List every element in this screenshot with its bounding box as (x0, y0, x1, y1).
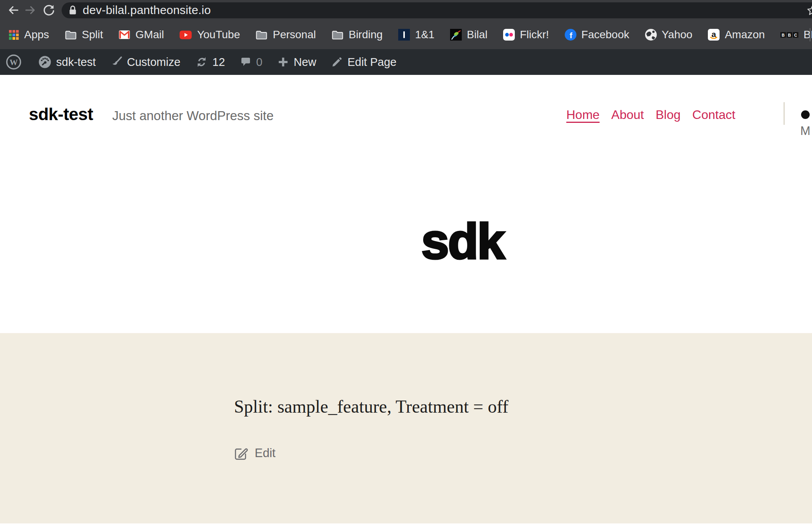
header-cutoff-letter: M (800, 124, 810, 138)
gmail-icon (119, 30, 130, 39)
adminbar-customize-label: Customize (127, 56, 181, 69)
svg-text:B: B (782, 32, 785, 37)
facebook-icon: f (565, 29, 576, 41)
youtube-icon (179, 30, 192, 39)
back-button[interactable] (4, 1, 22, 19)
comment-bubble-icon (240, 56, 252, 68)
amazon-icon: a (708, 29, 720, 41)
adminbar-updates-count: 12 (213, 56, 225, 69)
primary-nav: Home About Blog Contact (566, 108, 735, 122)
bookmark-label: Split (82, 28, 103, 41)
hummingbird-icon (450, 29, 462, 41)
wp-admin-bar: W sdk-test Customize 12 (0, 49, 812, 75)
bookmark-youtube[interactable]: YouTube (179, 28, 240, 41)
flickr-icon (503, 29, 515, 41)
bookmarks-bar: Apps Split GMail YouTube Personal Birdi (0, 20, 812, 49)
header-divider (784, 102, 785, 125)
adminbar-comments[interactable]: 0 (240, 56, 262, 69)
nav-link-home[interactable]: Home (566, 108, 599, 122)
page-content: sdk-test Just another WordPress site Hom… (0, 75, 812, 532)
bookmark-label: BBC (803, 28, 812, 41)
apps-grid-icon (9, 30, 19, 40)
star-icon (807, 5, 812, 16)
site-title[interactable]: sdk-test (29, 105, 93, 124)
adminbar-site-label: sdk-test (56, 56, 96, 69)
one-and-one-icon (398, 29, 410, 41)
svg-text:W: W (10, 58, 18, 67)
adminbar-edit-page[interactable]: Edit Page (331, 56, 397, 69)
bookmark-bilal[interactable]: Bilal (450, 28, 488, 41)
edit-link[interactable]: Edit (233, 445, 275, 461)
svg-text:C: C (794, 32, 797, 37)
bookmark-label: Yahoo (662, 28, 693, 41)
reload-button[interactable] (40, 1, 58, 19)
bookmark-label: Personal (273, 28, 316, 41)
split-status-text: Split: sample_feature, Treatment = off (234, 396, 508, 417)
forward-arrow-icon (24, 4, 37, 17)
back-arrow-icon (6, 4, 20, 17)
nav-link-about[interactable]: About (611, 108, 644, 122)
bookmark-label: Apps (24, 28, 49, 41)
folder-icon (332, 30, 344, 40)
bookmark-label: Flickr! (520, 28, 549, 41)
adminbar-new-label: New (294, 56, 316, 69)
adminbar-new[interactable]: New (277, 56, 316, 69)
bookmark-apps[interactable]: Apps (9, 28, 49, 41)
browser-toolbar: dev-bilal.pantheonsite.io (0, 0, 812, 20)
bookmark-label: Amazon (725, 28, 765, 41)
adminbar-edit-page-label: Edit Page (347, 56, 397, 69)
cover-section: Split: sample_feature, Treatment = off E… (0, 333, 812, 523)
bookmark-label: Facebook (582, 28, 629, 41)
bookmark-gmail[interactable]: GMail (119, 28, 164, 41)
updates-icon (195, 56, 208, 68)
wordpress-logo-icon: W (5, 54, 22, 70)
folder-icon (255, 30, 268, 40)
adminbar-customize[interactable]: Customize (111, 56, 181, 69)
bookmark-label: GMail (135, 28, 164, 41)
bookmark-flickr[interactable]: Flickr! (503, 28, 549, 41)
bookmark-label: Birding (349, 28, 383, 41)
adminbar-updates[interactable]: 12 (195, 56, 225, 69)
site-logo-text: sdk (421, 216, 504, 266)
header-cutoff-dot (801, 110, 810, 119)
bookmark-split-folder[interactable]: Split (65, 28, 103, 41)
reload-icon (42, 4, 55, 17)
svg-text:B: B (788, 32, 791, 37)
address-bar[interactable]: dev-bilal.pantheonsite.io (62, 2, 812, 18)
paintbrush-icon (111, 56, 122, 68)
bookmark-star-button[interactable] (807, 5, 812, 16)
svg-text:f: f (569, 31, 573, 40)
adminbar-site-name[interactable]: sdk-test (38, 55, 96, 69)
plus-icon (277, 56, 289, 68)
url-text: dev-bilal.pantheonsite.io (83, 4, 211, 17)
bookmark-label: YouTube (197, 28, 240, 41)
wp-logo-menu[interactable]: W (5, 54, 22, 70)
bookmark-birding-folder[interactable]: Birding (332, 28, 383, 41)
bookmark-personal-folder[interactable]: Personal (255, 28, 316, 41)
site-tagline: Just another WordPress site (112, 108, 274, 123)
lock-icon (68, 5, 77, 16)
site-branding: sdk-test Just another WordPress site (29, 105, 274, 124)
globe-icon (645, 29, 657, 41)
bookmark-label: Bilal (467, 28, 488, 41)
bookmark-amazon[interactable]: a Amazon (708, 28, 765, 41)
bookmark-bbc[interactable]: B B C BBC (780, 28, 812, 41)
nav-link-blog[interactable]: Blog (656, 108, 681, 122)
bbc-blocks-icon: B B C (780, 32, 798, 38)
folder-icon (65, 30, 77, 40)
bookmark-label: 1&1 (415, 28, 434, 41)
dashboard-gauge-icon (38, 55, 51, 69)
pencil-icon (331, 56, 343, 68)
bookmark-yahoo[interactable]: Yahoo (645, 28, 693, 41)
bookmarks-bar-divider (810, 28, 810, 41)
nav-link-contact[interactable]: Contact (692, 108, 735, 122)
edit-pencil-square-icon (233, 445, 249, 461)
bookmark-1and1[interactable]: 1&1 (398, 28, 434, 41)
bookmark-facebook[interactable]: f Facebook (565, 28, 629, 41)
forward-button[interactable] (22, 1, 40, 19)
edit-link-label: Edit (255, 446, 275, 460)
adminbar-comments-count: 0 (256, 56, 262, 69)
